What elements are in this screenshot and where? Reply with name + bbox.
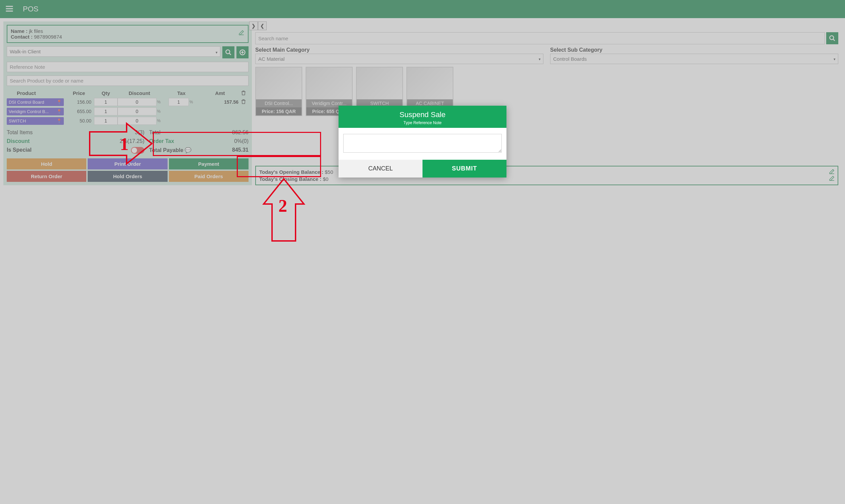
- submit-button[interactable]: SUBMIT: [422, 160, 506, 178]
- modal-header: Suspend Sale Type Reference Note: [339, 106, 506, 128]
- reference-note-textarea[interactable]: [343, 134, 502, 153]
- modal-title: Suspend Sale: [342, 110, 503, 119]
- suspend-sale-modal: Suspend Sale Type Reference Note CANCEL …: [339, 106, 506, 178]
- cancel-button[interactable]: CANCEL: [339, 160, 422, 178]
- modal-subtitle: Type Reference Note: [342, 121, 503, 125]
- modal-body: [339, 128, 506, 160]
